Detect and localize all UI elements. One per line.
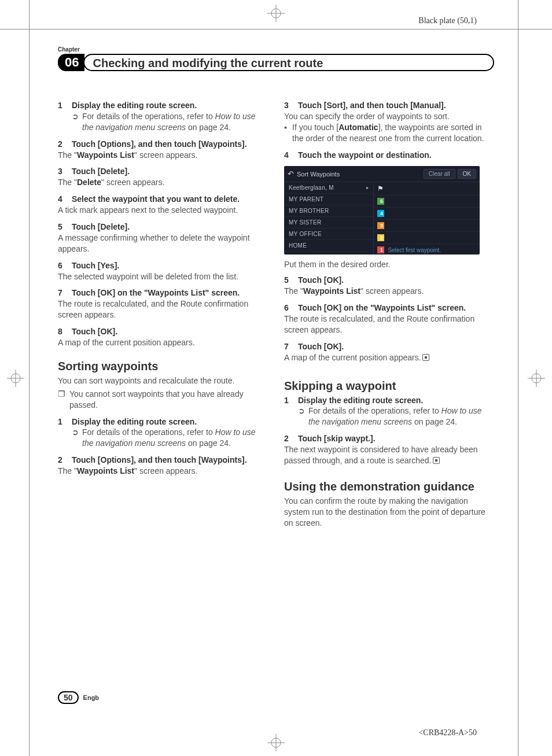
list-item[interactable]: HOME xyxy=(284,240,373,252)
margin-line-top xyxy=(0,29,552,29)
step-body: The "Delete" screen appears. xyxy=(58,177,268,188)
step-note: For details of the operations, refer to … xyxy=(308,405,494,427)
crb-label: <CRB4228-A>50 xyxy=(418,728,477,737)
step-body: A message confirming whether to delete t… xyxy=(58,233,268,255)
step-num: 5 xyxy=(58,222,72,233)
step-title: Touch [Delete]. xyxy=(72,222,130,231)
step-num: 2 xyxy=(58,139,72,150)
step-num: 6 xyxy=(58,260,72,271)
step-num: 8 xyxy=(58,326,72,337)
list-item[interactable]: MY OFFICE xyxy=(284,228,373,240)
dest-slot[interactable]: 2 xyxy=(374,232,480,244)
list-item[interactable]: Keetberglaan, M▸ xyxy=(284,182,373,194)
step-num: 7 xyxy=(58,287,72,298)
step-body: The route is recalculated, and the Route… xyxy=(284,314,494,335)
margin-line-right xyxy=(518,0,518,756)
dest-slot[interactable]: 3 xyxy=(374,220,480,232)
column-right: 3Touch [Sort], and then touch [Manual]. … xyxy=(284,100,494,531)
step-title: Display the editing route screen. xyxy=(72,417,197,426)
margin-line-left xyxy=(29,0,30,756)
column-left: 1Display the editing route screen. ➲ For… xyxy=(58,100,268,531)
section-end-icon xyxy=(422,354,429,361)
step-num: 4 xyxy=(58,194,72,205)
step-title: Display the editing route screen. xyxy=(298,396,423,405)
step-num: 3 xyxy=(58,166,72,177)
crop-mark-right xyxy=(528,370,545,387)
step-title: Touch [OK]. xyxy=(298,342,344,351)
cross-ref-icon: ➲ xyxy=(298,405,308,427)
list-item[interactable]: MY PARENT xyxy=(284,194,373,205)
step-title: Touch [Yes]. xyxy=(72,261,119,270)
step-body: The "Waypoints List" screen appears. xyxy=(58,466,268,477)
step-body: The selected waypoint will be deleted fr… xyxy=(58,271,268,282)
step-note: For details of the operations, refer to … xyxy=(82,111,268,133)
screenshot-title: Sort Waypoints xyxy=(297,171,421,178)
heading-skipping-waypoint: Skipping a waypoint xyxy=(284,379,494,393)
slot-badge-5: 5 xyxy=(377,198,384,205)
step-title: Touch [skip waypt.]. xyxy=(298,434,376,443)
step-title: Touch [Sort], and then touch [Manual]. xyxy=(298,101,446,110)
step-note: For details of the operations, refer to … xyxy=(82,427,268,449)
step-title: Touch the waypoint or destination. xyxy=(298,150,432,160)
note-text: You cannot sort waypoints that you have … xyxy=(69,389,268,411)
crop-mark-top xyxy=(267,5,285,22)
clear-all-button[interactable]: Clear all xyxy=(424,169,455,179)
slot-badge-1: 1 xyxy=(377,246,384,253)
step-body: The route is recalculated, and the Route… xyxy=(58,298,268,320)
step-title: Touch [OK]. xyxy=(298,275,344,285)
cross-ref-icon: ➲ xyxy=(72,427,82,449)
bullet-icon: ▪ xyxy=(284,122,292,144)
chapter-title: Checking and modifying the current route xyxy=(83,54,494,71)
dest-slot[interactable]: 1Select first waypoint. xyxy=(374,244,480,255)
step-body: A tick mark appears next to the selected… xyxy=(58,205,268,216)
list-item[interactable]: MY BROTHER xyxy=(284,205,373,217)
black-plate-label: Black plate (50,1) xyxy=(418,16,477,25)
step-body: The "Waypoints List" screen appears. xyxy=(284,286,494,297)
step-num: 2 xyxy=(284,433,298,444)
step-title: Touch [Options], and then touch [Waypoin… xyxy=(72,139,247,149)
bullet-text: If you touch [Automatic], the waypoints … xyxy=(292,122,494,144)
step-title: Display the editing route screen. xyxy=(72,101,197,110)
slot-badge-2: 2 xyxy=(377,234,384,241)
heading-sorting-waypoints: Sorting waypoints xyxy=(58,360,268,373)
dest-slot[interactable]: 4 xyxy=(374,208,480,220)
flag-icon: ⚑ xyxy=(377,185,384,193)
step-title: Touch [OK] on the "Waypoints List" scree… xyxy=(72,288,240,297)
engb-label: Engb xyxy=(83,694,100,701)
list-item[interactable]: MY SISTER xyxy=(284,217,373,228)
chapter-label: Chapter xyxy=(58,46,494,53)
hint-text: Select first waypoint. xyxy=(388,247,441,253)
step-body: You can specify the order of waypoints t… xyxy=(284,111,494,122)
step-num: 7 xyxy=(284,341,298,352)
step-num: 5 xyxy=(284,275,298,286)
step-title: Touch [OK]. xyxy=(72,327,117,336)
step-body: A map of the current position appears. xyxy=(58,337,268,348)
dest-slot[interactable]: 5 xyxy=(374,196,480,208)
step-body: The next waypoint is considered to have … xyxy=(284,444,494,466)
step-num: 3 xyxy=(284,100,298,111)
step-num: 6 xyxy=(284,303,298,314)
back-icon[interactable]: ↶ xyxy=(288,169,297,178)
page-number-badge: 50 xyxy=(58,691,79,704)
ok-button[interactable]: OK xyxy=(458,169,476,179)
note-icon: ❐ xyxy=(58,389,69,411)
step-title: Select the waypoint that you want to del… xyxy=(72,194,240,204)
step-num: 1 xyxy=(58,416,72,427)
section-end-icon xyxy=(433,457,440,464)
section-intro: You can confirm the route by making the … xyxy=(284,496,494,529)
step-num: 1 xyxy=(58,100,72,111)
step-title: Touch [Options], and then touch [Waypoin… xyxy=(72,455,247,464)
screenshot-sort-waypoints: ↶ Sort Waypoints Clear all OK Keetbergla… xyxy=(284,166,480,255)
chapter-number-badge: 06 xyxy=(58,54,84,71)
dest-flag-row[interactable]: ⚑ xyxy=(374,182,480,196)
step-num: 1 xyxy=(284,395,298,406)
cross-ref-icon: ➲ xyxy=(72,111,82,133)
slot-badge-3: 3 xyxy=(377,222,384,229)
section-intro: You can sort waypoints and recalculate t… xyxy=(58,375,268,386)
step-num: 4 xyxy=(284,150,298,161)
step-body: The "Waypoints List" screen appears. xyxy=(58,150,268,161)
step-title: Touch [Delete]. xyxy=(72,167,130,176)
crop-mark-left xyxy=(7,370,24,387)
step-num: 2 xyxy=(58,455,72,466)
step-body: A map of the current position appears. xyxy=(284,352,494,363)
